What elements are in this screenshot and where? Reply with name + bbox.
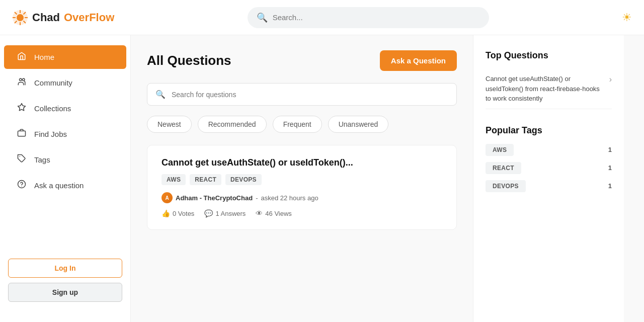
svg-point-11: [23, 78, 25, 81]
sidebar-item-collections-label: Collections: [34, 104, 71, 113]
popular-tag-devops[interactable]: DEVOPS: [486, 180, 526, 192]
sidebar: Home Community: [0, 35, 131, 322]
svg-marker-12: [18, 104, 26, 111]
sidebar-item-collections[interactable]: Collections: [4, 97, 126, 120]
popular-tag-react[interactable]: REACT: [486, 162, 521, 174]
ask-question-icon: [16, 180, 27, 191]
find-jobs-icon: [16, 128, 27, 140]
logo[interactable]: Chad OverFlow: [12, 10, 114, 26]
views-count: 46 Views: [265, 210, 292, 217]
tag-react[interactable]: REACT: [190, 174, 221, 185]
collections-icon: [16, 103, 27, 114]
community-icon: [16, 77, 27, 89]
popular-tag-aws-row: AWS 1: [486, 144, 612, 156]
popular-tag-devops-count: 1: [608, 182, 612, 190]
answers-stat: 💬 1 Answers: [204, 209, 246, 217]
question-asked-time: asked 22 hours ago: [261, 194, 318, 202]
sidebar-item-home[interactable]: Home: [4, 45, 126, 69]
search-icon: 🔍: [257, 12, 268, 23]
top-questions-section: Top Questions Cannot get useAuthState() …: [486, 50, 612, 109]
header: Chad OverFlow 🔍 ☀: [0, 0, 644, 35]
popular-tag-aws-count: 1: [608, 146, 612, 153]
answers-count: 1 Answers: [215, 210, 246, 217]
sidebar-item-find-jobs[interactable]: Find Jobs: [4, 122, 126, 146]
sidebar-item-community-label: Community: [34, 78, 72, 87]
popular-tags-section: Popular Tags AWS 1 REACT 1 DEVOPS 1: [486, 125, 612, 192]
filter-tab-newest[interactable]: Newest: [147, 116, 192, 133]
svg-point-1: [17, 14, 24, 21]
sidebar-item-find-jobs-label: Find Jobs: [34, 130, 67, 138]
svg-point-10: [20, 78, 22, 81]
question-tags: AWS REACT DEVOPS: [162, 174, 442, 185]
comment-icon: 💬: [204, 209, 213, 217]
question-search-input[interactable]: [172, 91, 448, 99]
sidebar-item-ask-question-label: Ask a question: [34, 181, 84, 190]
main-layout: Home Community: [0, 35, 644, 322]
login-button[interactable]: Log In: [8, 259, 122, 278]
popular-tags-list: AWS 1 REACT 1 DEVOPS 1: [486, 144, 612, 192]
question-meta: A Adham - TheCryptoChad - asked 22 hours…: [162, 192, 442, 203]
chevron-right-icon: ›: [609, 75, 612, 84]
question-search-icon: 🔍: [155, 90, 166, 99]
sidebar-item-community[interactable]: Community: [4, 71, 126, 95]
popular-tags-title: Popular Tags: [486, 125, 612, 136]
sidebar-item-tags-label: Tags: [34, 155, 50, 164]
votes-count: 0 Votes: [173, 210, 194, 217]
question-stats: 👍 0 Votes 💬 1 Answers 👁 46 Views: [162, 209, 442, 217]
tags-icon: [16, 154, 27, 166]
global-search-bar: 🔍: [248, 7, 489, 28]
thumbs-up-icon: 👍: [162, 209, 170, 217]
signup-button[interactable]: Sign up: [8, 283, 122, 302]
top-questions-title: Top Questions: [486, 50, 612, 61]
logo-icon: [12, 10, 28, 26]
theme-toggle-icon[interactable]: ☀: [622, 11, 632, 24]
tag-aws[interactable]: AWS: [162, 174, 186, 185]
sidebar-nav: Home Community: [0, 45, 130, 197]
eye-icon: 👁: [256, 209, 263, 217]
home-icon: [16, 51, 27, 63]
page-title: All Questions: [147, 53, 231, 68]
question-search-bar: 🔍: [147, 83, 457, 106]
filter-tab-recommended[interactable]: Recommended: [198, 116, 267, 133]
popular-tag-react-row: REACT 1: [486, 162, 612, 174]
top-question-item[interactable]: Cannot get useAuthState() or useIdToken(…: [486, 69, 612, 109]
question-card: Cannot get useAuthState() or useIdToken(…: [147, 145, 457, 230]
right-panel: Top Questions Cannot get useAuthState() …: [473, 35, 624, 322]
top-question-text: Cannot get useAuthState() or useIdToken(…: [486, 74, 609, 104]
main-content: All Questions Ask a Question 🔍 Newest Re…: [131, 35, 473, 322]
filter-tabs: Newest Recommended Frequent Unanswered: [147, 116, 457, 133]
sidebar-item-ask-question[interactable]: Ask a question: [4, 174, 126, 197]
avatar: A: [162, 192, 173, 203]
logo-chad: Chad: [32, 11, 60, 24]
question-author: Adham - TheCryptoChad: [176, 194, 253, 202]
filter-tab-unanswered[interactable]: Unanswered: [328, 116, 389, 133]
global-search-input[interactable]: [273, 13, 480, 22]
popular-tag-aws[interactable]: AWS: [486, 144, 514, 156]
sidebar-item-home-label: Home: [34, 53, 54, 61]
views-stat: 👁 46 Views: [256, 209, 292, 217]
ask-question-button[interactable]: Ask a Question: [380, 50, 457, 71]
sidebar-footer: Log In Sign up: [0, 249, 130, 312]
question-separator: -: [256, 194, 258, 202]
popular-tag-react-count: 1: [608, 164, 612, 172]
main-header: All Questions Ask a Question: [147, 50, 457, 71]
svg-rect-13: [18, 131, 26, 136]
logo-overflow: OverFlow: [64, 11, 114, 24]
filter-tab-frequent[interactable]: Frequent: [273, 116, 322, 133]
sidebar-item-tags[interactable]: Tags: [4, 148, 126, 172]
question-title[interactable]: Cannot get useAuthState() or useIdToken(…: [162, 157, 442, 168]
popular-tag-devops-row: DEVOPS 1: [486, 180, 612, 192]
tag-devops[interactable]: DEVOPS: [225, 174, 262, 185]
votes-stat: 👍 0 Votes: [162, 209, 194, 217]
